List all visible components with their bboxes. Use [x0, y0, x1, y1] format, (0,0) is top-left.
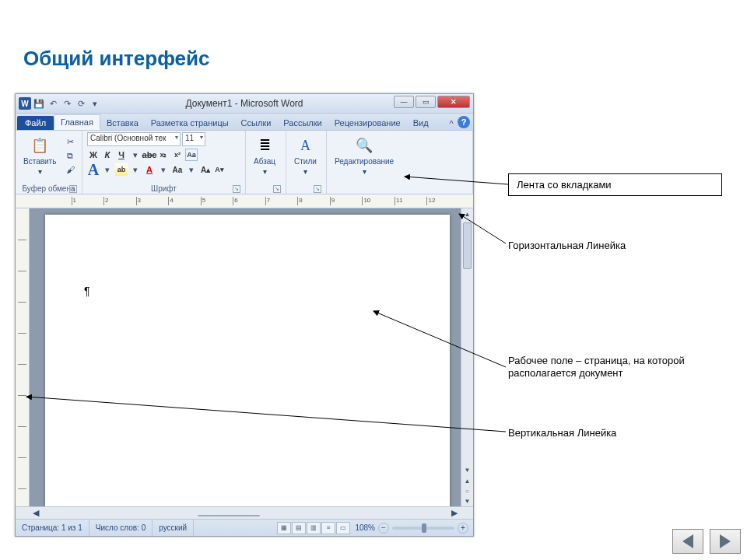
cut-icon[interactable]: ✂	[64, 135, 76, 148]
outline-view-icon[interactable]: ≡	[321, 522, 335, 534]
paragraph-label: Абзац	[254, 157, 275, 166]
font-name-combo[interactable]: Calibri (Основной тек	[87, 132, 181, 146]
tab-references[interactable]: Ссылки	[235, 116, 278, 130]
horizontal-ruler[interactable]: 123456789101112	[16, 194, 473, 208]
next-slide-button[interactable]	[710, 529, 741, 554]
case-dropdown-icon[interactable]: ▾	[185, 163, 198, 176]
web-layout-view-icon[interactable]: ▥	[307, 522, 321, 534]
text-effects-button[interactable]: A	[87, 163, 100, 176]
paragraph-button[interactable]: ≣Абзац▾	[251, 132, 279, 176]
vertical-scrollbar[interactable]: ▲ ▼ ▲ ○ ▼	[461, 208, 473, 506]
highlight-dropdown-icon[interactable]: ▾	[129, 163, 142, 176]
subscript-button[interactable]: x₂	[157, 149, 170, 161]
status-page[interactable]: Страница: 1 из 1	[16, 520, 89, 536]
superscript-button[interactable]: x²	[171, 149, 184, 161]
tab-insert[interactable]: Вставка	[100, 116, 145, 130]
paragraph-launcher-icon[interactable]: ↘	[273, 185, 281, 193]
document-page[interactable]: ¶	[45, 215, 450, 506]
scroll-left-icon[interactable]: ◀	[30, 507, 42, 520]
editing-dropdown-icon[interactable]: ▾	[363, 167, 366, 176]
save-icon[interactable]: 💾	[33, 97, 45, 110]
group-font-label: Шрифт↘	[87, 184, 240, 194]
tab-layout[interactable]: Разметка страницы	[145, 116, 235, 130]
grow-font-button[interactable]: A▴	[199, 163, 212, 176]
tab-home[interactable]: Главная	[54, 114, 100, 130]
redo-icon[interactable]: ↷	[61, 97, 73, 110]
repeat-icon[interactable]: ⟳	[75, 97, 87, 110]
vertical-ruler[interactable]	[16, 208, 30, 506]
editing-button[interactable]: 🔍Редактирование▾	[331, 132, 397, 176]
scroll-up-icon[interactable]: ▲	[461, 208, 473, 219]
ribbon: 📋 Вставить ▾ ✂ ⧉ 🖌 Буфер обмена↘ Calibri…	[16, 131, 473, 194]
qat-customize-icon[interactable]: ▾	[89, 97, 101, 110]
zoom-slider[interactable]	[392, 527, 454, 530]
clipboard-launcher-icon[interactable]: ↘	[69, 185, 77, 193]
status-language[interactable]: русский	[153, 520, 194, 536]
text-effects-dropdown-icon[interactable]: ▾	[101, 163, 114, 176]
format-painter-icon[interactable]: 🖌	[64, 163, 76, 176]
vscroll-thumb[interactable]	[463, 222, 472, 269]
font-color-dropdown-icon[interactable]: ▾	[157, 163, 170, 176]
styles-button[interactable]: AСтили▾	[291, 132, 320, 176]
draft-view-icon[interactable]: ▭	[336, 522, 350, 534]
styles-launcher-icon[interactable]: ↘	[314, 185, 321, 193]
underline-button[interactable]: Ч	[115, 149, 128, 161]
paragraph-dropdown-icon[interactable]: ▾	[263, 167, 267, 176]
callout-ribbon-text: Лента со вкладками	[517, 179, 612, 191]
styles-dropdown-icon[interactable]: ▾	[303, 167, 307, 176]
minimize-button[interactable]: —	[394, 96, 414, 108]
tab-view[interactable]: Вид	[407, 116, 435, 130]
prev-page-icon[interactable]: ▲	[461, 475, 473, 486]
prev-slide-button[interactable]	[672, 529, 703, 554]
group-editing-label	[331, 184, 468, 194]
zoom-out-button[interactable]: −	[378, 523, 389, 534]
ruler-tick-label: 8	[299, 197, 302, 204]
callout-vruler-text: Вертикальная Линейка	[508, 427, 616, 439]
print-layout-view-icon[interactable]: ▦	[277, 522, 291, 534]
tab-file[interactable]: Файл	[17, 116, 54, 130]
group-paragraph: ≣Абзац▾ ↘	[246, 131, 286, 194]
tab-mailings[interactable]: Рассылки	[277, 116, 328, 130]
font-color-button[interactable]: A	[143, 163, 156, 176]
change-case-aa-button[interactable]: Aa	[171, 163, 184, 176]
italic-button[interactable]: К	[101, 149, 114, 161]
hscroll-thumb[interactable]	[198, 515, 260, 516]
ruler-tick-label: 4	[170, 197, 173, 204]
paste-label: Вставить	[23, 157, 56, 166]
window-title: Документ1 - Microsoft Word	[185, 98, 303, 109]
strikethrough-button[interactable]: abc	[143, 149, 156, 161]
callout-hruler-text: Горизонтальная Линейка	[508, 240, 626, 252]
maximize-button[interactable]: ▭	[416, 96, 436, 108]
bold-button[interactable]: Ж	[87, 149, 100, 161]
highlight-button[interactable]: ab	[115, 163, 128, 176]
scroll-right-icon[interactable]: ▶	[448, 507, 461, 520]
copy-icon[interactable]: ⧉	[64, 149, 76, 162]
font-size-combo[interactable]: 11	[182, 132, 205, 146]
status-word-count[interactable]: Число слов: 0	[89, 520, 153, 536]
underline-dropdown-icon[interactable]: ▾	[129, 149, 142, 161]
scroll-down-icon[interactable]: ▼	[461, 464, 473, 475]
triangle-left-icon	[682, 534, 693, 548]
zoom-knob[interactable]	[422, 523, 426, 533]
paste-button[interactable]: 📋 Вставить ▾	[20, 132, 59, 176]
close-button[interactable]: ✕	[437, 96, 470, 108]
fullscreen-reading-view-icon[interactable]: ▤	[292, 522, 306, 534]
shrink-font-button[interactable]: A▾	[213, 163, 226, 176]
tab-review[interactable]: Рецензирование	[328, 116, 407, 130]
font-launcher-icon[interactable]: ↘	[233, 185, 240, 193]
next-page-icon[interactable]: ▼	[461, 495, 473, 506]
change-case-button[interactable]: Aa	[185, 149, 198, 161]
minimize-ribbon-icon[interactable]: ^	[445, 117, 458, 130]
browse-object-icon[interactable]: ○	[461, 485, 473, 496]
clipboard-icon: 📋	[30, 135, 50, 156]
group-clipboard: 📋 Вставить ▾ ✂ ⧉ 🖌 Буфер обмена↘	[16, 131, 82, 194]
group-paragraph-label: ↘	[251, 184, 281, 194]
undo-icon[interactable]: ↶	[47, 97, 59, 110]
styles-icon: A	[295, 135, 315, 156]
paste-dropdown-icon[interactable]: ▾	[38, 167, 42, 176]
group-styles: AСтили▾ ↘	[286, 131, 327, 194]
zoom-in-button[interactable]: +	[458, 523, 468, 534]
help-icon[interactable]: ?	[458, 116, 470, 128]
document-area: ¶ ▲ ▼ ▲ ○ ▼	[16, 208, 473, 506]
zoom-level[interactable]: 108%	[355, 523, 375, 532]
